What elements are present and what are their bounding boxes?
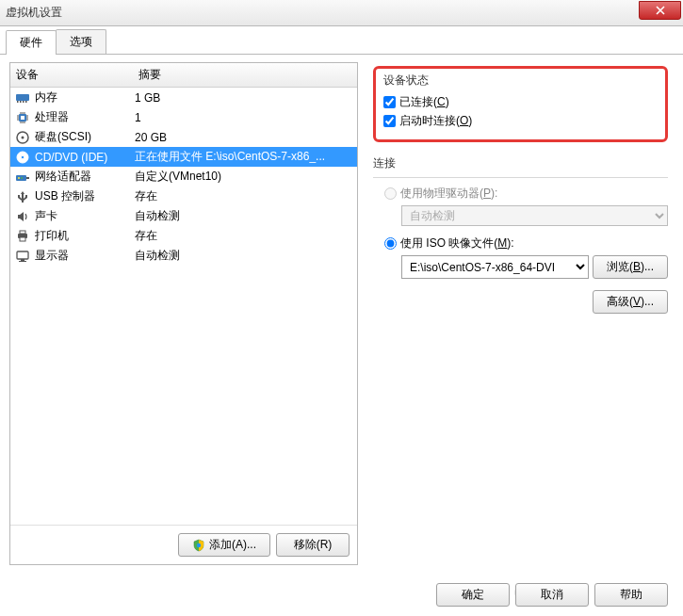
- content-area: 设备 摘要 内存1 GB处理器1硬盘(SCSI)20 GBCD/DVD (IDE…: [0, 55, 683, 573]
- svg-rect-20: [19, 261, 26, 262]
- device-list[interactable]: 内存1 GB处理器1硬盘(SCSI)20 GBCD/DVD (IDE)正在使用文…: [10, 88, 357, 525]
- display-icon: [14, 249, 31, 264]
- list-item[interactable]: 处理器1: [10, 107, 357, 127]
- printer-icon: [14, 229, 31, 244]
- connection-title: 连接: [373, 155, 668, 171]
- device-name: 内存: [35, 89, 57, 105]
- add-button[interactable]: 添加(A)...: [178, 533, 270, 557]
- status-title: 设备状态: [383, 73, 658, 89]
- connected-label: 已连接(C): [399, 94, 449, 110]
- svg-rect-6: [21, 116, 24, 120]
- connected-checkbox[interactable]: [383, 96, 396, 108]
- header-device: 设备: [16, 67, 138, 83]
- svg-point-13: [18, 177, 20, 179]
- dialog-buttons: 确定 取消 帮助: [436, 583, 668, 607]
- connect-power-checkbox-row[interactable]: 启动时连接(O): [383, 113, 658, 129]
- svg-rect-1: [17, 101, 19, 103]
- connect-power-checkbox[interactable]: [383, 115, 396, 127]
- device-summary: 存在: [135, 228, 353, 244]
- svg-rect-0: [16, 94, 29, 101]
- device-name: 声卡: [35, 208, 57, 224]
- iso-path-combo[interactable]: E:\iso\CentOS-7-x86_64-DVI: [401, 255, 589, 279]
- svg-point-10: [21, 155, 24, 159]
- list-item[interactable]: CD/DVD (IDE)正在使用文件 E:\iso\CentOS-7-x86_.…: [10, 147, 357, 167]
- ok-button[interactable]: 确定: [436, 583, 510, 607]
- svg-rect-4: [25, 101, 27, 103]
- device-name: 显示器: [35, 248, 69, 264]
- list-item[interactable]: 内存1 GB: [10, 88, 357, 107]
- close-button[interactable]: [639, 1, 681, 20]
- svg-point-21: [197, 543, 201, 546]
- cpu-icon: [14, 110, 31, 125]
- cancel-button[interactable]: 取消: [515, 583, 589, 607]
- device-name: 打印机: [35, 228, 69, 244]
- iso-label: 使用 ISO 映像文件(M):: [400, 235, 514, 251]
- shield-icon: [192, 539, 205, 552]
- device-summary: 20 GB: [135, 131, 353, 144]
- device-summary: 1: [135, 111, 353, 124]
- physical-drive-radio-row[interactable]: 使用物理驱动器(P):: [384, 186, 668, 202]
- cd-icon: [14, 150, 31, 165]
- device-name: 处理器: [35, 109, 69, 125]
- device-buttons: 添加(A)... 移除(R): [10, 525, 357, 564]
- physical-drive-select: 自动检测: [401, 205, 668, 226]
- remove-button[interactable]: 移除(R): [276, 533, 350, 557]
- window-title: 虚拟机设置: [6, 5, 62, 21]
- separator: [373, 177, 668, 178]
- device-name: USB 控制器: [35, 188, 95, 204]
- sound-icon: [14, 209, 31, 224]
- physical-drive-label: 使用物理驱动器(P):: [400, 186, 497, 202]
- physical-drive-radio: [384, 187, 397, 200]
- header-summary: 摘要: [138, 67, 161, 83]
- device-list-header: 设备 摘要: [10, 63, 357, 88]
- device-status-group: 设备状态 已连接(C) 启动时连接(O): [373, 66, 668, 142]
- list-item[interactable]: 声卡自动检测: [10, 206, 357, 226]
- svg-rect-12: [26, 177, 29, 179]
- device-summary: 正在使用文件 E:\iso\CentOS-7-x86_...: [135, 149, 353, 165]
- svg-rect-3: [23, 101, 24, 103]
- help-button[interactable]: 帮助: [594, 583, 668, 607]
- svg-point-14: [21, 177, 23, 179]
- device-summary: 存在: [135, 188, 353, 204]
- list-item[interactable]: USB 控制器存在: [10, 186, 357, 206]
- device-summary: 自定义(VMnet10): [135, 169, 353, 185]
- device-panel: 设备 摘要 内存1 GB处理器1硬盘(SCSI)20 GBCD/DVD (IDE…: [9, 62, 358, 565]
- title-bar: 虚拟机设置: [0, 0, 683, 26]
- usb-icon: [14, 189, 31, 204]
- connect-power-label: 启动时连接(O): [399, 113, 472, 129]
- advanced-button[interactable]: 高级(V)...: [593, 290, 668, 314]
- browse-button[interactable]: 浏览(B)...: [593, 255, 668, 279]
- net-icon: [14, 170, 31, 185]
- add-button-label: 添加(A)...: [209, 537, 256, 553]
- device-summary: 自动检测: [135, 248, 353, 264]
- close-icon: [656, 6, 665, 15]
- memory-icon: [14, 90, 31, 105]
- svg-rect-18: [17, 251, 28, 259]
- device-summary: 自动检测: [135, 208, 353, 224]
- list-item[interactable]: 显示器自动检测: [10, 246, 357, 266]
- iso-radio-row[interactable]: 使用 ISO 映像文件(M):: [384, 235, 668, 251]
- list-item[interactable]: 网络适配器自定义(VMnet10): [10, 167, 357, 186]
- device-name: CD/DVD (IDE): [35, 151, 107, 164]
- disk-icon: [14, 130, 31, 145]
- list-item[interactable]: 硬盘(SCSI)20 GB: [10, 127, 357, 147]
- svg-point-8: [22, 136, 24, 138]
- svg-rect-17: [20, 237, 25, 241]
- iso-radio[interactable]: [384, 237, 397, 250]
- list-item[interactable]: 打印机存在: [10, 226, 357, 246]
- tabs: 硬件 选项: [0, 28, 683, 55]
- svg-rect-2: [20, 101, 22, 103]
- svg-rect-15: [20, 231, 25, 234]
- device-name: 硬盘(SCSI): [35, 129, 91, 145]
- device-name: 网络适配器: [35, 169, 91, 185]
- settings-panel: 设备状态 已连接(C) 启动时连接(O) 连接 使用物理驱动器(P):: [367, 62, 674, 565]
- connection-group: 连接 使用物理驱动器(P): 自动检测 使用 ISO 映像文件(M):: [373, 155, 668, 314]
- svg-rect-19: [21, 259, 24, 261]
- tab-options[interactable]: 选项: [56, 29, 106, 54]
- connected-checkbox-row[interactable]: 已连接(C): [383, 94, 658, 110]
- tab-hardware[interactable]: 硬件: [6, 30, 57, 55]
- device-summary: 1 GB: [135, 91, 353, 105]
